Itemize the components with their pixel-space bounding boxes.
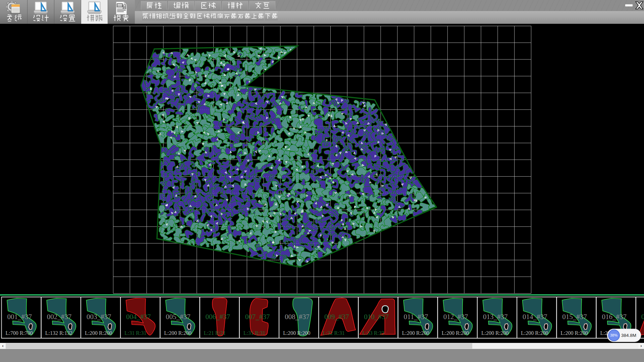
svg-text:006_#37: 006_#37: [206, 313, 230, 321]
svg-text:L:700 R:700: L:700 R:700: [6, 330, 33, 336]
svg-text:L:200 R:200: L:200 R:200: [402, 330, 429, 336]
svg-text:012_#37: 012_#37: [443, 313, 468, 321]
svg-text:010_#37: 010_#37: [364, 313, 389, 321]
svg-text:014_#37: 014_#37: [523, 313, 547, 321]
svg-text:004_#37: 004_#37: [126, 313, 151, 321]
svg-text:L:200 R:200: L:200 R:200: [283, 330, 310, 336]
svg-text:001_#37: 001_#37: [7, 313, 32, 321]
svg-text:011_#37: 011_#37: [404, 313, 428, 321]
svg-text:L:33 R:33: L:33 R:33: [362, 330, 384, 336]
svg-text:L:200 R:200: L:200 R:200: [442, 330, 469, 336]
svg-text:L:31 R:31: L:31 R:31: [124, 330, 146, 336]
svg-text:L:200 R:200: L:200 R:200: [85, 330, 112, 336]
svg-text:L:200 R:200: L:200 R:200: [164, 330, 191, 336]
svg-text:L:32 R:31: L:32 R:31: [323, 330, 344, 336]
svg-text:007_#37: 007_#37: [245, 313, 270, 321]
svg-text:L:200 R:200: L:200 R:200: [560, 330, 588, 336]
svg-text:015_#37: 015_#37: [562, 313, 587, 321]
svg-text:003_#37: 003_#37: [87, 313, 111, 321]
svg-text:008_#37: 008_#37: [285, 313, 310, 321]
svg-text:002_#37: 002_#37: [47, 313, 72, 321]
svg-text:013_#37: 013_#37: [483, 313, 508, 321]
svg-text:L:200 R:200: L:200 R:200: [521, 330, 548, 336]
svg-text:005_#37: 005_#37: [166, 313, 191, 321]
svg-text:L:200 R:200: L:200 R:200: [481, 330, 508, 336]
svg-text:L:31 R:31: L:31 R:31: [244, 330, 265, 336]
svg-text:L:132 R:132: L:132 R:132: [45, 330, 72, 336]
svg-text:016_#37: 016_#37: [602, 313, 627, 321]
svg-text:0: 0: [641, 312, 644, 321]
svg-text:009_#37: 009_#37: [324, 313, 349, 321]
svg-text:L:21 R:21: L:21 R:21: [204, 330, 226, 336]
